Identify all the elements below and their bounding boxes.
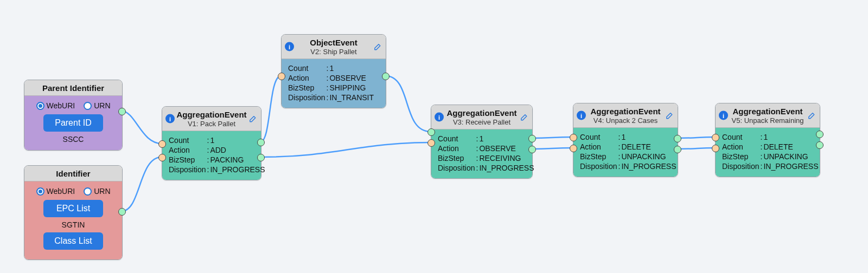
port-input[interactable] — [158, 140, 166, 148]
radio-icon — [84, 187, 92, 196]
node-title: AggregationEvent — [579, 107, 672, 116]
radio-icon — [84, 102, 92, 110]
port-output[interactable] — [257, 154, 265, 161]
node-title: AggregationEvent — [721, 107, 814, 116]
node-subtitle: V2: Ship Pallet — [287, 48, 380, 56]
event-properties: Count:1 Action:OBSERVE BizStep:RECEIVING… — [438, 134, 534, 173]
edit-icon[interactable] — [248, 114, 258, 123]
identifier-type-label: SSCC — [31, 135, 116, 144]
port-output[interactable] — [816, 131, 824, 138]
port-output[interactable] — [528, 146, 536, 153]
port-output[interactable] — [674, 146, 681, 153]
class-list-button[interactable]: Class List — [43, 232, 103, 250]
node-subtitle: V4: Unpack 2 Cases — [579, 116, 672, 125]
port-output[interactable] — [382, 73, 390, 80]
event-properties: Count:1 Action:DELETE BizStep:UNPACKING … — [722, 132, 819, 171]
info-icon[interactable]: i — [577, 111, 586, 120]
uri-type-radio-group: WebURI URN — [31, 187, 116, 196]
node-title: ObjectEvent — [287, 38, 380, 48]
port-input[interactable] — [570, 145, 577, 152]
parent-id-button[interactable]: Parent ID — [43, 114, 103, 132]
radio-option-weburi[interactable]: WebURI — [36, 187, 75, 196]
radio-icon — [36, 187, 44, 196]
radio-option-weburi[interactable]: WebURI — [36, 101, 75, 110]
radio-icon — [36, 102, 44, 110]
epc-list-button[interactable]: EPC List — [43, 200, 103, 217]
port-output[interactable] — [118, 208, 126, 216]
info-icon[interactable]: i — [285, 42, 294, 51]
node-subtitle: V1: Pack Pallet — [168, 120, 256, 128]
port-input[interactable] — [158, 154, 166, 161]
port-output[interactable] — [816, 141, 824, 149]
edit-icon[interactable] — [807, 111, 816, 120]
port-output[interactable] — [674, 135, 681, 142]
event-node-v3[interactable]: i AggregationEvent V3: Receive Pallet Co… — [431, 105, 533, 179]
node-title: AggregationEvent — [168, 110, 256, 120]
event-node-v4[interactable]: i AggregationEvent V4: Unpack 2 Cases Co… — [573, 103, 678, 177]
edit-icon[interactable] — [373, 42, 382, 51]
info-icon[interactable]: i — [719, 111, 728, 120]
identifier-type-label: SGTIN — [31, 220, 116, 229]
identifier-node[interactable]: Identifier WebURI URN EPC List SGTIN Cla… — [24, 165, 123, 260]
radio-option-urn[interactable]: URN — [84, 101, 110, 110]
node-title: AggregationEvent — [437, 108, 527, 118]
port-output[interactable] — [528, 135, 536, 142]
event-properties: Count:1 Action:OBSERVE BizStep:SHIPPING … — [288, 63, 374, 102]
port-input[interactable] — [712, 145, 719, 152]
uri-type-radio-group: WebURI URN — [31, 101, 116, 110]
port-input[interactable] — [570, 134, 577, 141]
port-output[interactable] — [257, 139, 265, 146]
info-icon[interactable]: i — [165, 114, 175, 123]
event-node-v2[interactable]: i ObjectEvent V2: Ship Pallet Count:1 Ac… — [281, 34, 386, 108]
radio-option-urn[interactable]: URN — [84, 187, 110, 196]
edit-icon[interactable] — [665, 111, 674, 120]
event-node-v5[interactable]: i AggregationEvent V5: Unpack Remaining … — [715, 103, 820, 177]
parent-identifier-node[interactable]: Parent Identifier WebURI URN Parent ID S… — [24, 80, 123, 151]
port-input[interactable] — [427, 128, 435, 136]
event-properties: Count:1 Action:ADD BizStep:PACKING Dispo… — [169, 135, 265, 174]
node-subtitle: V3: Receive Pallet — [437, 118, 527, 127]
node-title: Identifier — [30, 169, 117, 179]
port-input[interactable] — [712, 134, 719, 141]
edit-icon[interactable] — [520, 113, 529, 122]
port-output[interactable] — [118, 108, 126, 115]
node-title: Parent Identifier — [30, 83, 117, 93]
port-input[interactable] — [427, 139, 435, 147]
port-input[interactable] — [278, 73, 285, 80]
node-subtitle: V5: Unpack Remaining — [721, 116, 814, 125]
event-node-v1[interactable]: i AggregationEvent V1: Pack Pallet Count… — [162, 106, 261, 180]
event-properties: Count:1 Action:DELETE BizStep:UNPACKING … — [580, 132, 676, 171]
info-icon[interactable]: i — [435, 113, 444, 122]
